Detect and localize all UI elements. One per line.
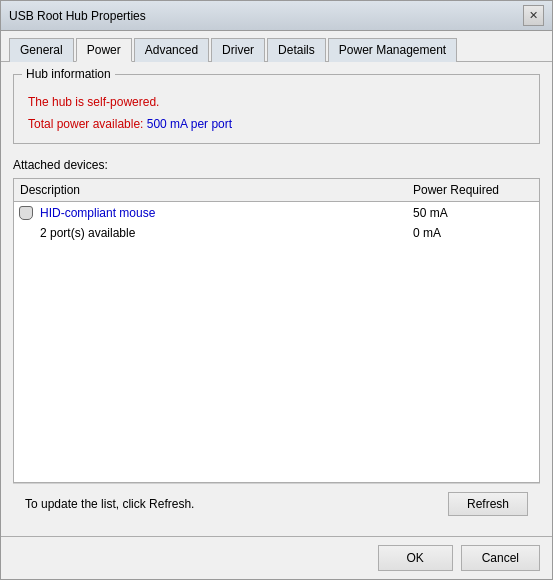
table-row[interactable]: HID-compliant mouse 50 mA	[14, 202, 539, 224]
total-power-value: 500 mA per port	[147, 117, 232, 131]
sub-device-name: 2 port(s) available	[40, 226, 413, 240]
sub-row: 2 port(s) available 0 mA	[14, 224, 539, 242]
col-description-header: Description	[20, 183, 413, 197]
bottom-bar: To update the list, click Refresh. Refre…	[13, 483, 540, 524]
sub-device-power: 0 mA	[413, 226, 533, 240]
attached-devices-label: Attached devices:	[13, 158, 540, 172]
hub-info-label: Hub information	[22, 67, 115, 81]
mouse-icon	[20, 205, 36, 221]
tab-power[interactable]: Power	[76, 38, 132, 62]
footer: OK Cancel	[1, 536, 552, 579]
dialog-window: USB Root Hub Properties ✕ General Power …	[0, 0, 553, 580]
ok-button[interactable]: OK	[378, 545, 453, 571]
tab-bar: General Power Advanced Driver Details Po…	[1, 31, 552, 62]
title-bar: USB Root Hub Properties ✕	[1, 1, 552, 31]
tab-power-management[interactable]: Power Management	[328, 38, 457, 62]
total-power-label: Total power available:	[28, 117, 147, 131]
tab-advanced[interactable]: Advanced	[134, 38, 209, 62]
update-text: To update the list, click Refresh.	[25, 497, 194, 511]
cancel-button[interactable]: Cancel	[461, 545, 540, 571]
self-powered-text: The hub is self-powered.	[28, 95, 525, 109]
hub-info-group: Hub information The hub is self-powered.…	[13, 74, 540, 144]
device-name: HID-compliant mouse	[40, 206, 413, 220]
tab-driver[interactable]: Driver	[211, 38, 265, 62]
tab-general[interactable]: General	[9, 38, 74, 62]
device-power: 50 mA	[413, 206, 533, 220]
total-power-text: Total power available: 500 mA per port	[28, 117, 525, 131]
devices-table: Description Power Required HID-compliant…	[13, 178, 540, 483]
col-power-header: Power Required	[413, 183, 533, 197]
window-title: USB Root Hub Properties	[9, 9, 146, 23]
main-content: Hub information The hub is self-powered.…	[1, 62, 552, 536]
tab-details[interactable]: Details	[267, 38, 326, 62]
table-header: Description Power Required	[14, 179, 539, 202]
refresh-button[interactable]: Refresh	[448, 492, 528, 516]
close-button[interactable]: ✕	[523, 5, 544, 26]
